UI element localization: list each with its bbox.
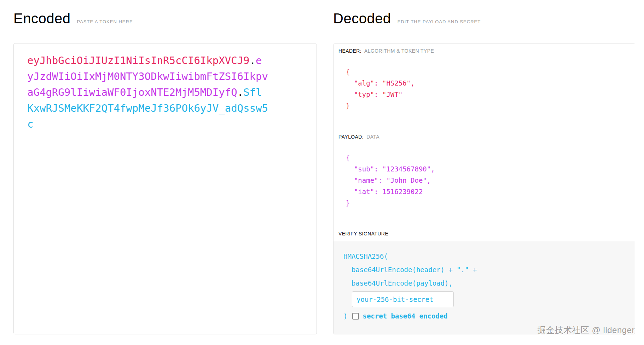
watermark-text: 掘金技术社区 @ lidenger — [537, 324, 635, 336]
encoded-token-editor[interactable]: eyJhbGciOiJIUzI1NiIsInR5cCI6IkpXVCJ9.eyJ… — [13, 43, 317, 334]
decoded-panel: HEADER: ALGORITHM & TOKEN TYPE { "alg": … — [333, 43, 635, 334]
header-json-editor[interactable]: { "alg": "HS256", "typ": "JWT" } — [333, 58, 635, 129]
secret-base64-checkbox[interactable] — [352, 313, 359, 320]
payload-section-sublabel: DATA — [366, 134, 379, 140]
header-section-label: HEADER: — [338, 48, 361, 54]
signature-code-lines: HMACSHA256( base64UrlEncode(header) + ".… — [343, 250, 630, 290]
decoded-title-row: Decoded EDIT THE PAYLOAD AND SECRET — [333, 11, 481, 27]
token-separator-dot: . — [250, 54, 256, 66]
signature-bottom-row: ) secret base64 encoded — [343, 309, 630, 323]
token-header-segment: eyJhbGciOiJIUzI1NiIsInR5cCI6IkpXVCJ9 — [27, 54, 250, 66]
encoded-title-row: Encoded PASTE A TOKEN HERE — [13, 11, 133, 27]
header-section-sublabel: ALGORITHM & TOKEN TYPE — [364, 48, 434, 54]
payload-section-label-row: PAYLOAD: DATA — [333, 129, 635, 144]
header-section-label-row: HEADER: ALGORITHM & TOKEN TYPE — [333, 43, 635, 58]
payload-json-editor[interactable]: { "sub": "1234567890", "name": "John Doe… — [333, 144, 635, 226]
secret-input[interactable] — [352, 291, 454, 307]
token-separator-dot: . — [237, 86, 243, 98]
verify-signature-body: HMACSHA256( base64UrlEncode(header) + ".… — [333, 241, 635, 334]
jwt-token-text[interactable]: eyJhbGciOiJIUzI1NiIsInR5cCI6IkpXVCJ9.eyJ… — [27, 53, 268, 132]
verify-signature-label: VERIFY SIGNATURE — [338, 231, 388, 236]
payload-section-label: PAYLOAD: — [338, 134, 364, 140]
encoded-subtitle: PASTE A TOKEN HERE — [77, 19, 133, 24]
decoded-title: Decoded — [333, 11, 391, 27]
encoded-title: Encoded — [13, 11, 70, 27]
decoded-subtitle: EDIT THE PAYLOAD AND SECRET — [398, 19, 481, 24]
secret-base64-checkbox-label[interactable]: secret base64 encoded — [362, 309, 447, 323]
verify-signature-label-row: VERIFY SIGNATURE — [333, 226, 635, 241]
signature-closing-paren: ) — [343, 309, 347, 323]
